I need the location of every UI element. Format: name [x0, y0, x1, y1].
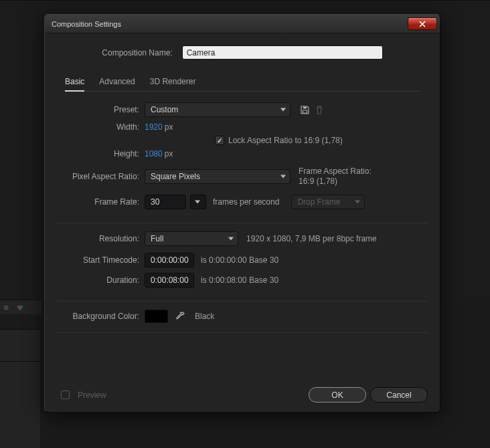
- par-label: Pixel Aspect Ratio:: [61, 172, 145, 181]
- dialog-title: Composition Settings: [52, 20, 408, 28]
- lock-aspect-checkbox[interactable]: [215, 136, 224, 145]
- lock-aspect-label: Lock Aspect Ratio to 16:9 (1,78): [228, 136, 343, 145]
- par-dropdown[interactable]: Square Pixels: [145, 169, 291, 184]
- eye-icon: [1, 303, 11, 312]
- close-button[interactable]: [408, 17, 437, 30]
- duration-info: is 0:00:08:00 Base 30: [201, 275, 278, 285]
- ok-button[interactable]: OK: [309, 387, 366, 403]
- color-icon: [15, 303, 25, 312]
- chevron-down-icon: [228, 237, 234, 241]
- fps-dropdown-toggle[interactable]: [190, 195, 206, 209]
- start-tc-input[interactable]: 0:00:00:00: [145, 253, 194, 267]
- resolution-info: 1920 x 1080, 7,9 MB per 8bpc frame: [246, 234, 377, 243]
- drop-frame-dropdown: Drop Frame: [291, 195, 365, 209]
- width-unit: px: [165, 122, 173, 132]
- preview-checkbox: [61, 390, 70, 399]
- bg-toolbar: [0, 300, 42, 314]
- chevron-down-icon: [280, 108, 286, 112]
- resolution-value: Full: [151, 234, 163, 243]
- duration-label: Duration:: [61, 275, 145, 285]
- width-value[interactable]: 1920: [145, 122, 163, 132]
- svg-rect-6: [303, 106, 307, 108]
- width-label: Width:: [61, 122, 145, 132]
- preset-value: Custom: [151, 105, 178, 114]
- fps-suffix: frames per second: [213, 197, 279, 207]
- svg-rect-5: [303, 110, 307, 113]
- chevron-down-icon: [355, 201, 360, 204]
- delete-preset-button: [312, 102, 327, 117]
- drop-frame-value: Drop Frame: [297, 197, 340, 207]
- fps-value: 30: [151, 197, 159, 207]
- preset-label: Preset:: [61, 105, 145, 114]
- bg-color-name: Black: [195, 312, 214, 321]
- height-unit: px: [165, 149, 173, 158]
- frame-aspect-value: 16:9 (1,78): [299, 177, 372, 187]
- titlebar: Composition Settings: [45, 15, 440, 33]
- frame-aspect-label: Frame Aspect Ratio:: [299, 166, 372, 177]
- preset-dropdown[interactable]: Custom: [145, 102, 291, 117]
- tab-advanced[interactable]: Advanced: [99, 74, 135, 91]
- fps-input[interactable]: 30: [145, 195, 186, 209]
- tab-basic[interactable]: Basic: [65, 74, 84, 92]
- cancel-button[interactable]: Cancel: [370, 387, 428, 403]
- fps-label: Frame Rate:: [61, 197, 145, 207]
- preview-label: Preview: [78, 390, 106, 400]
- svg-point-1: [5, 307, 7, 308]
- resolution-label: Resolution:: [61, 234, 145, 243]
- start-tc-info: is 0:00:00:00 Base 30: [201, 255, 278, 265]
- chevron-down-icon: [195, 201, 200, 204]
- svg-point-4: [19, 308, 21, 310]
- tabs: Basic Advanced 3D Renderer: [65, 74, 420, 92]
- height-value[interactable]: 1080: [145, 149, 163, 158]
- eyedropper-button[interactable]: [173, 310, 187, 323]
- dialog-footer: Preview OK Cancel: [45, 380, 440, 412]
- resolution-dropdown[interactable]: Full: [145, 231, 238, 246]
- composition-name-label: Composition Name:: [102, 48, 177, 58]
- tab-3d-renderer[interactable]: 3D Renderer: [150, 74, 196, 91]
- start-tc-label: Start Timecode:: [61, 255, 145, 265]
- duration-value: 0:00:08:00: [151, 275, 189, 285]
- close-icon: [418, 21, 426, 27]
- composition-name-input[interactable]: [182, 45, 383, 60]
- start-tc-value: 0:00:00:00: [151, 255, 189, 265]
- duration-input[interactable]: 0:00:08:00: [145, 273, 194, 288]
- save-preset-button[interactable]: [297, 102, 312, 117]
- composition-settings-dialog: Composition Settings Composition Name: B…: [44, 14, 440, 413]
- bg-color-swatch[interactable]: [145, 310, 168, 323]
- par-value: Square Pixels: [151, 172, 200, 181]
- bg-lower: [0, 361, 40, 448]
- chevron-down-icon: [280, 175, 286, 179]
- bg-color-label: Background Color:: [61, 312, 145, 321]
- height-label: Height:: [61, 149, 145, 158]
